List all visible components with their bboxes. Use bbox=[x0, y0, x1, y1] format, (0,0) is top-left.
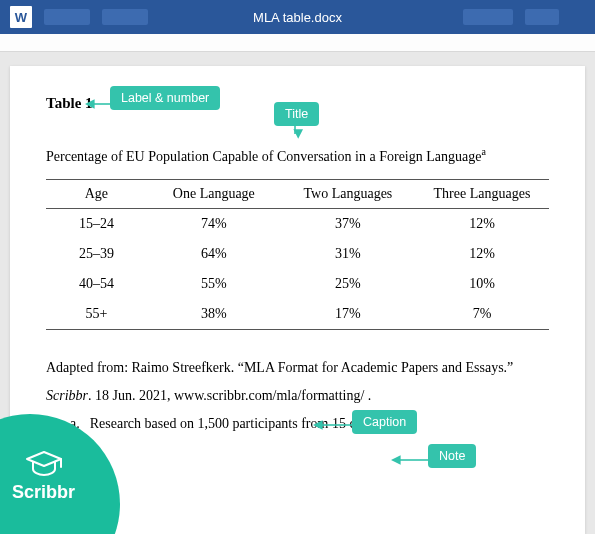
ribbon-placeholder bbox=[525, 9, 559, 25]
ribbon-placeholder bbox=[102, 9, 148, 25]
graduation-cap-icon bbox=[12, 450, 75, 478]
arrow-caption bbox=[318, 418, 356, 436]
ribbon-placeholder bbox=[44, 9, 90, 25]
cell-two: 17% bbox=[281, 299, 415, 330]
data-table: Age One Language Two Languages Three Lan… bbox=[46, 179, 549, 330]
ribbon-placeholder bbox=[463, 9, 513, 25]
cell-age: 40–54 bbox=[46, 269, 147, 299]
arrow-note bbox=[396, 454, 432, 472]
annotation-caption: Caption bbox=[352, 410, 417, 434]
table-title-note-marker: a bbox=[481, 146, 485, 157]
ruler bbox=[0, 34, 595, 52]
caption-pre: Adapted from: Raimo Streefkerk. “MLA For… bbox=[46, 360, 513, 375]
table-header-row: Age One Language Two Languages Three Lan… bbox=[46, 179, 549, 208]
cell-one: 55% bbox=[147, 269, 281, 299]
table-title-text: Percentage of EU Population Capable of C… bbox=[46, 149, 481, 164]
table-row: 25–39 64% 31% 12% bbox=[46, 239, 549, 269]
document-title: MLA table.docx bbox=[253, 10, 342, 25]
table-row: 40–54 55% 25% 10% bbox=[46, 269, 549, 299]
cell-age: 55+ bbox=[46, 299, 147, 330]
table-caption: Adapted from: Raimo Streefkerk. “MLA For… bbox=[46, 354, 549, 410]
cell-age: 25–39 bbox=[46, 239, 147, 269]
col-three-languages: Three Languages bbox=[415, 179, 549, 208]
col-age: Age bbox=[46, 179, 147, 208]
cell-age: 15–24 bbox=[46, 208, 147, 239]
cell-three: 10% bbox=[415, 269, 549, 299]
caption-post: . 18 Jun. 2021, www.scribbr.com/mla/form… bbox=[88, 388, 371, 403]
table-note: a.Research based on 1,500 participants f… bbox=[46, 416, 549, 432]
table-label: Table 1 bbox=[46, 95, 93, 112]
table-title: Percentage of EU Population Capable of C… bbox=[46, 146, 549, 165]
arrow-title bbox=[288, 124, 302, 144]
cell-two: 37% bbox=[281, 208, 415, 239]
scribbr-brand-text: Scribbr bbox=[12, 482, 75, 503]
cell-one: 38% bbox=[147, 299, 281, 330]
cell-two: 31% bbox=[281, 239, 415, 269]
cell-three: 12% bbox=[415, 208, 549, 239]
cell-three: 7% bbox=[415, 299, 549, 330]
table-row: 15–24 74% 37% 12% bbox=[46, 208, 549, 239]
cell-three: 12% bbox=[415, 239, 549, 269]
caption-italic: Scribbr bbox=[46, 388, 88, 403]
word-titlebar: MLA table.docx bbox=[0, 0, 595, 34]
cell-one: 64% bbox=[147, 239, 281, 269]
table-wrapper: Age One Language Two Languages Three Lan… bbox=[46, 179, 549, 330]
annotation-label-number: Label & number bbox=[110, 86, 220, 110]
table-row: 55+ 38% 17% 7% bbox=[46, 299, 549, 330]
annotation-title: Title bbox=[274, 102, 319, 126]
col-one-language: One Language bbox=[147, 179, 281, 208]
cell-two: 25% bbox=[281, 269, 415, 299]
word-icon bbox=[10, 6, 32, 28]
cell-one: 74% bbox=[147, 208, 281, 239]
col-two-languages: Two Languages bbox=[281, 179, 415, 208]
annotation-note: Note bbox=[428, 444, 476, 468]
